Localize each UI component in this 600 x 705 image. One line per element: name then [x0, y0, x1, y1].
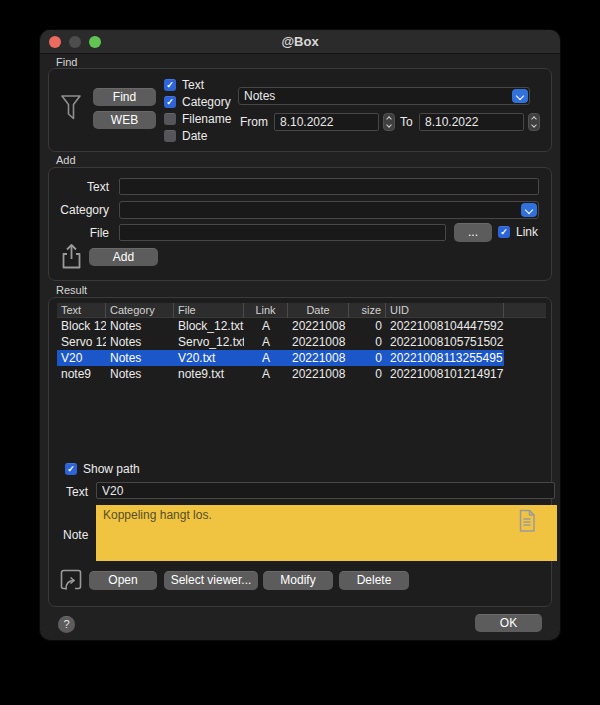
combobox-dropdown-button[interactable]: [521, 203, 537, 217]
show-path-row: Show path: [65, 462, 140, 476]
find-button[interactable]: Find: [93, 88, 156, 106]
cell-uid: 20221008113255495: [386, 350, 504, 366]
cell-uid: 20221008104447592: [386, 318, 504, 334]
filename-checkbox-label: Filename: [182, 112, 231, 126]
filename-checkbox[interactable]: [164, 113, 176, 125]
zoom-button[interactable]: [89, 36, 101, 48]
result-text-field[interactable]: [96, 482, 555, 499]
link-checkbox[interactable]: [498, 226, 510, 238]
add-groupbox: Text Category File ... Link Add: [48, 167, 552, 281]
cell-uid: 20221008101214917: [386, 366, 504, 382]
chevron-up-icon: [531, 116, 537, 122]
cell-file: Servo_12.txt: [174, 334, 244, 350]
chevron-down-icon: [525, 206, 533, 214]
cell-size: 0: [349, 350, 386, 366]
cell-category: Notes: [106, 350, 174, 366]
cell-blank: [504, 366, 546, 382]
add-section-label: Add: [56, 154, 76, 166]
cell-date: 20221008: [288, 318, 349, 334]
cell-link: A: [244, 366, 288, 382]
ok-button[interactable]: OK: [475, 614, 542, 632]
date-checkbox-label: Date: [182, 129, 207, 143]
column-header-blank: [504, 303, 546, 318]
add-text-label: Text: [49, 180, 109, 194]
from-date-stepper[interactable]: [383, 113, 395, 131]
cell-size: 0: [349, 334, 386, 350]
delete-button[interactable]: Delete: [339, 571, 409, 590]
from-date-field[interactable]: [274, 113, 379, 131]
column-header-category[interactable]: Category: [106, 303, 174, 318]
close-button[interactable]: [49, 36, 61, 48]
find-groupbox: Find WEB Text Category Filename Date Fro…: [48, 68, 552, 152]
cell-blank: [504, 334, 546, 350]
chevron-down-icon: [531, 122, 537, 128]
minimize-button[interactable]: [69, 36, 81, 48]
table-header: Text Category File Link Date size UID: [57, 303, 546, 318]
cell-uid: 20221008105751502: [386, 334, 504, 350]
add-category-input[interactable]: [120, 202, 538, 218]
add-category-label: Category: [49, 203, 109, 217]
column-header-file[interactable]: File: [174, 303, 244, 318]
add-file-field[interactable]: [119, 224, 446, 241]
cell-category: Notes: [106, 318, 174, 334]
date-checkbox[interactable]: [164, 130, 176, 142]
cell-text: Servo 12: [57, 334, 106, 350]
open-in-window-icon: [59, 567, 83, 592]
text-checkbox[interactable]: [164, 79, 176, 91]
funnel-icon: [60, 92, 82, 126]
cell-text: Block 12: [57, 318, 106, 334]
cell-file: note9.txt: [174, 366, 244, 382]
atbox-window: @Box Find Find WEB Text Category Filenam…: [40, 30, 560, 640]
add-text-field[interactable]: [119, 178, 539, 195]
find-category-input[interactable]: [239, 88, 529, 104]
cell-date: 20221008: [288, 350, 349, 366]
to-date-stepper[interactable]: [528, 113, 540, 131]
table-row[interactable]: Block 12 Notes Block_12.txt A 20221008 0…: [57, 318, 546, 334]
table-row[interactable]: Servo 12 Notes Servo_12.txt A 20221008 0…: [57, 334, 546, 350]
from-label: From: [240, 115, 268, 129]
to-date-field[interactable]: [419, 113, 524, 131]
table-row[interactable]: note9 Notes note9.txt A 20221008 0 20221…: [57, 366, 546, 382]
chevron-down-icon: [386, 122, 392, 128]
show-path-checkbox[interactable]: [65, 463, 77, 475]
note-label: Note: [63, 528, 88, 542]
result-table: Text Category File Link Date size UID Bl…: [57, 303, 546, 382]
add-button[interactable]: Add: [89, 248, 158, 266]
add-category-combobox[interactable]: [119, 201, 539, 219]
cell-file: Block_12.txt: [174, 318, 244, 334]
cell-size: 0: [349, 366, 386, 382]
chevron-up-icon: [386, 116, 392, 122]
result-text-label: Text: [66, 485, 88, 499]
select-viewer-button[interactable]: Select viewer...: [164, 571, 258, 590]
result-section-label: Result: [56, 284, 87, 296]
text-checkbox-label: Text: [182, 78, 204, 92]
help-button[interactable]: ?: [58, 616, 75, 633]
column-header-uid[interactable]: UID: [386, 303, 504, 318]
category-checkbox-label: Category: [182, 95, 231, 109]
modify-button[interactable]: Modify: [263, 571, 333, 590]
to-label: To: [400, 115, 413, 129]
date-checkbox-row: Date: [164, 129, 207, 143]
cell-link: A: [244, 318, 288, 334]
web-button[interactable]: WEB: [93, 111, 156, 129]
table-row[interactable]: V20 Notes V20.txt A 20221008 0 202210081…: [57, 350, 546, 366]
filename-checkbox-row: Filename: [164, 112, 231, 126]
upload-icon: [60, 243, 83, 270]
column-header-link[interactable]: Link: [244, 303, 288, 318]
column-header-size[interactable]: size: [349, 303, 386, 318]
category-checkbox[interactable]: [164, 96, 176, 108]
browse-button[interactable]: ...: [454, 223, 492, 242]
column-header-date[interactable]: Date: [288, 303, 349, 318]
cell-text: note9: [57, 366, 106, 382]
note-textarea[interactable]: Koppeling hangt los.: [96, 505, 557, 561]
text-checkbox-row: Text: [164, 78, 204, 92]
result-groupbox: Text Category File Link Date size UID Bl…: [48, 297, 552, 607]
combobox-dropdown-button[interactable]: [512, 89, 528, 103]
table-body: Block 12 Notes Block_12.txt A 20221008 0…: [57, 318, 546, 382]
traffic-lights: [49, 36, 101, 48]
find-category-combobox[interactable]: [238, 87, 530, 105]
cell-date: 20221008: [288, 366, 349, 382]
open-button[interactable]: Open: [89, 571, 157, 590]
column-header-text[interactable]: Text: [57, 303, 106, 318]
cell-category: Notes: [106, 334, 174, 350]
